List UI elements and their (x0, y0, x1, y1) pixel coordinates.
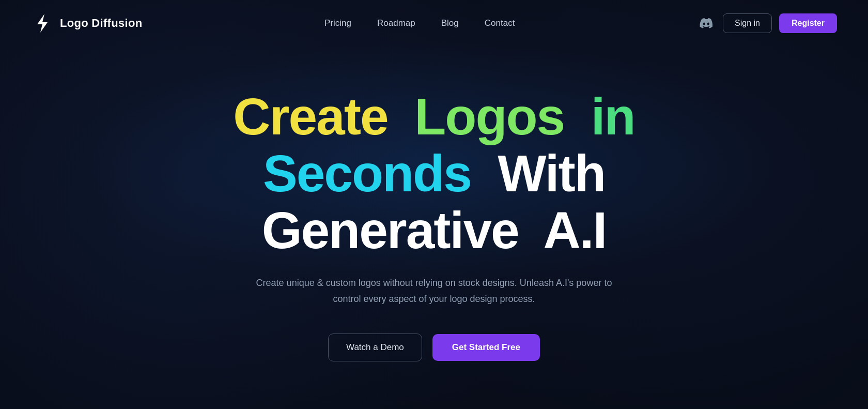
title-word-create: Create (233, 87, 388, 145)
hero-title-line1: Create Logos in (233, 88, 634, 145)
watch-demo-button[interactable]: Watch a Demo (328, 334, 422, 361)
title-word-with: With (498, 144, 605, 202)
get-started-button[interactable]: Get Started Free (432, 334, 540, 361)
title-word-seconds: Seconds (263, 144, 471, 202)
title-word-generative: Generative (262, 201, 519, 259)
nav-item-roadmap[interactable]: Roadmap (377, 18, 415, 28)
hero-title: Create Logos in Seconds With Generative … (233, 88, 634, 259)
nav-link-roadmap[interactable]: Roadmap (377, 18, 415, 28)
title-word-ai: A.I (544, 201, 607, 259)
hero-buttons: Watch a Demo Get Started Free (328, 334, 540, 361)
hero-section: Create Logos in Seconds With Generative … (0, 47, 868, 361)
logo-icon (31, 12, 54, 35)
hero-title-line2: Seconds With (233, 145, 634, 202)
hero-title-line3: Generative A.I (233, 202, 634, 259)
nav-links: Pricing Roadmap Blog Contact (324, 18, 515, 28)
brand-name: Logo Diffusion (60, 17, 142, 30)
register-button[interactable]: Register (779, 13, 837, 33)
nav-right: Sign in Register (697, 13, 837, 33)
hero-subtitle: Create unique & custom logos without rel… (253, 275, 615, 307)
signin-button[interactable]: Sign in (723, 13, 772, 33)
title-word-in: in (591, 87, 635, 145)
nav-item-contact[interactable]: Contact (485, 18, 515, 28)
navbar: Logo Diffusion Pricing Roadmap Blog Cont… (0, 0, 868, 47)
nav-link-blog[interactable]: Blog (441, 18, 459, 28)
nav-link-contact[interactable]: Contact (485, 18, 515, 28)
logo-area[interactable]: Logo Diffusion (31, 12, 142, 35)
title-word-logos: Logos (414, 87, 564, 145)
nav-item-pricing[interactable]: Pricing (324, 18, 351, 28)
nav-item-blog[interactable]: Blog (441, 18, 459, 28)
nav-link-pricing[interactable]: Pricing (324, 18, 351, 28)
discord-icon[interactable] (697, 14, 716, 33)
svg-marker-0 (37, 14, 48, 33)
